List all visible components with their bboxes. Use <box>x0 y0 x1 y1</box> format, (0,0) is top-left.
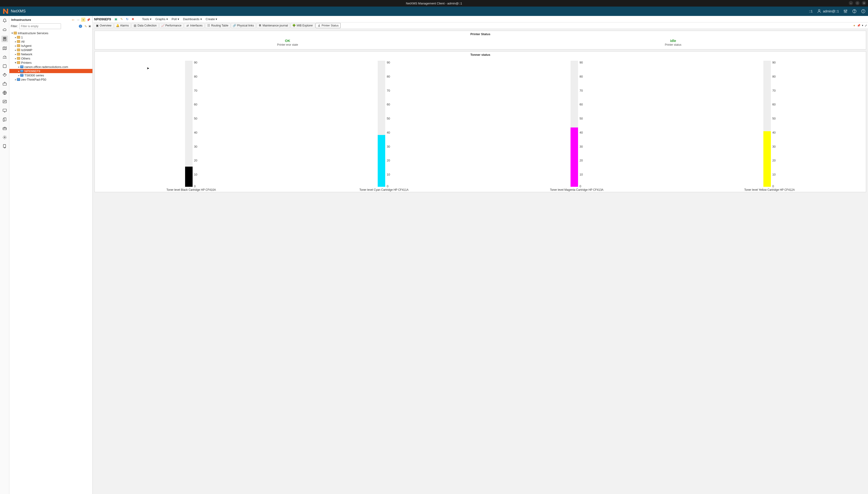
tree-item[interactable]: ▸All <box>10 39 92 43</box>
tree-root[interactable]: ▼Infrastructure Services <box>10 31 92 35</box>
object-tabstrip: ▣Overview🔔Alarms▤Data Collection📈Perform… <box>93 22 868 29</box>
filter-edit-icon[interactable]: ✎ <box>85 25 87 28</box>
object-menu[interactable]: Poll ▾ <box>170 17 181 21</box>
nav-back-icon[interactable]: ⇦ <box>71 18 75 22</box>
obj-refresh-icon[interactable]: ↻ <box>125 17 129 21</box>
printer-status-title: Printer Status <box>95 31 866 37</box>
obj-delete-icon[interactable]: ✖ <box>131 17 135 21</box>
tree-item[interactable]: ▸NPI096EF9 <box>10 69 92 73</box>
gauge-track <box>763 61 771 187</box>
panel-title: Infrastructure <box>11 18 70 22</box>
gauge-ticks: 9080706050403020100 <box>194 61 197 187</box>
tab-maintenance journal[interactable]: 🛠Maintenance journal <box>256 23 290 28</box>
filter-label: Filter: <box>11 25 18 28</box>
tree-item[interactable]: ▸Network <box>10 52 92 56</box>
tab-mib explorer[interactable]: 🌳MIB Explorer <box>290 23 315 28</box>
rail-tags-icon[interactable] <box>2 72 7 78</box>
filter-info-icon[interactable]: i <box>79 25 82 28</box>
object-menu[interactable]: Dashboards ▾ <box>181 17 204 21</box>
gauge-label: Toner level Cyan Cartridge HP CF411A <box>359 188 409 191</box>
filter-input[interactable] <box>19 23 61 29</box>
object-menu[interactable]: Tools ▾ <box>140 17 153 21</box>
tab-printer status[interactable]: 🖨Printer Status <box>315 23 341 28</box>
tree-item[interactable]: ▼Printers <box>10 60 92 65</box>
status-value: idle <box>481 39 866 43</box>
tab-refresh-icon[interactable]: ✦ <box>853 24 855 27</box>
tree-item[interactable]: ▸1 <box>10 35 92 39</box>
rail-export-icon[interactable] <box>2 144 7 149</box>
rail-device-icon[interactable] <box>2 117 7 122</box>
tree-item[interactable]: ▸TS8300 series <box>10 73 92 77</box>
tab-overview[interactable]: ▣Overview <box>94 23 113 28</box>
tree-item[interactable]: ▸IsAgent <box>10 43 92 48</box>
object-tree[interactable]: ▼Infrastructure Services▸1▸All▸IsAgent▸I… <box>10 30 92 494</box>
rail-maps-icon[interactable] <box>2 45 7 51</box>
tab-data collection[interactable]: ▤Data Collection <box>131 23 159 28</box>
obj-properties-icon[interactable]: ▣ <box>114 17 118 21</box>
gauge-fill <box>763 131 771 187</box>
gauge-ticks: 9080706050403020100 <box>772 61 776 187</box>
tab-alarms[interactable]: 🔔Alarms <box>114 23 131 28</box>
gauge-label: Toner level Magenta Cartridge HP CF413A <box>550 188 603 191</box>
filter-clear-icon[interactable]: ✖ <box>88 25 91 28</box>
svg-rect-20 <box>3 145 6 148</box>
svg-point-11 <box>4 74 5 75</box>
settings-sliders-icon[interactable] <box>843 9 848 14</box>
obj-edit-icon[interactable]: ✎ <box>120 17 124 21</box>
window-maximize-button[interactable]: □ <box>855 1 860 5</box>
tree-item[interactable]: ▸Others <box>10 56 92 60</box>
toner-status-title: Tonner status <box>95 52 866 58</box>
rail-business-icon[interactable] <box>2 81 7 87</box>
server-label[interactable]: ::1 <box>809 10 813 13</box>
tab-performance[interactable]: 📈Performance <box>159 23 184 28</box>
toner-gauge: 9080706050403020100Toner level Black Car… <box>95 60 288 191</box>
gauge-fill <box>571 128 578 187</box>
rail-templates-icon[interactable] <box>2 63 7 69</box>
object-menu[interactable]: Create ▾ <box>204 17 219 21</box>
tab-popout-icon[interactable]: ⤢ <box>865 24 867 27</box>
object-title: NPI096EF9 <box>94 17 111 21</box>
filter-toggle-icon[interactable]: ▾ <box>81 18 85 22</box>
window-close-button[interactable]: ✕ <box>862 1 866 5</box>
svg-point-0 <box>818 10 820 11</box>
rail-monitor-icon[interactable] <box>2 108 7 113</box>
perspective-rail <box>0 16 10 494</box>
tree-item[interactable]: ▸IsSNMP <box>10 48 92 52</box>
rail-tools-icon[interactable] <box>2 126 7 131</box>
toner-gauge: 9080706050403020100Toner level Magenta C… <box>481 60 673 191</box>
svg-rect-15 <box>3 109 6 111</box>
infrastructure-panel: Infrastructure ⇦ ⇨ ▾ 📌 Filter: i ✎ ✖ ▼In… <box>10 16 93 494</box>
tree-item[interactable]: ▸canon.office.radensolutions.com <box>10 65 92 69</box>
app-brand: NetXMS <box>11 9 25 14</box>
tab-icon: ▣ <box>96 24 99 27</box>
info-icon[interactable] <box>861 9 866 14</box>
tab-physical links[interactable]: 🔗Physical links <box>231 23 256 28</box>
toner-status-card: Tonner status 9080706050403020100Toner l… <box>94 51 866 192</box>
gauge-label: Toner level Black Cartridge HP CF410A <box>166 188 216 191</box>
window-minimize-button[interactable]: – <box>849 1 853 5</box>
tab-pin-icon[interactable]: 📌 <box>857 24 861 27</box>
dashboard-area: Printer Status OKPrinter eror stateidleP… <box>93 29 868 494</box>
rail-dashboards-icon[interactable] <box>2 54 7 60</box>
tab-icon: 🔔 <box>116 24 119 27</box>
rail-graphs-icon[interactable] <box>2 99 7 104</box>
svg-rect-10 <box>4 39 5 39</box>
tab-dropdown-icon[interactable]: ▾ <box>862 24 863 27</box>
status-sub: Printer eror state <box>95 43 481 46</box>
user-menu[interactable]: admin@::1 <box>817 9 839 14</box>
nav-forward-icon[interactable]: ⇨ <box>76 18 80 22</box>
gauge-track <box>571 61 578 187</box>
rail-infrastructure-icon[interactable] <box>1 36 8 42</box>
tab-routing table[interactable]: ☷Routing Table <box>205 23 230 28</box>
rail-world-icon[interactable] <box>2 90 7 96</box>
rail-cloud-icon[interactable] <box>2 27 7 32</box>
window-titlebar: NetXMS Management Client - admin@::1 – □… <box>0 0 868 6</box>
object-menu[interactable]: Graphs ▾ <box>153 17 169 21</box>
tab-interfaces[interactable]: ⇄Interfaces <box>184 23 204 28</box>
rail-config-icon[interactable] <box>2 134 7 140</box>
window-title: NetXMS Management Client - admin@::1 <box>406 2 462 5</box>
help-icon[interactable] <box>852 9 857 14</box>
rail-alarms-icon[interactable] <box>2 18 7 23</box>
pin-icon[interactable]: 📌 <box>86 18 91 22</box>
tree-item[interactable]: ▸zev-ThinkPad-P50 <box>10 77 92 81</box>
